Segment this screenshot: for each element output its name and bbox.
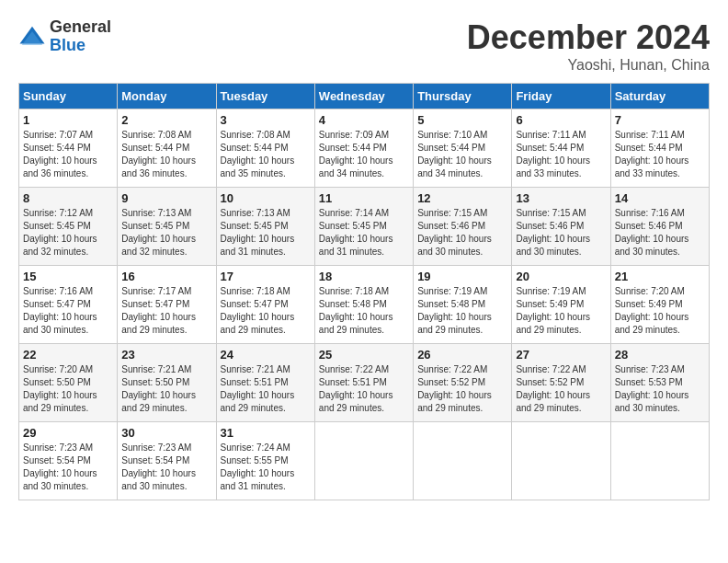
day-info: Sunrise: 7:22 AMSunset: 5:51 PMDaylight:…: [319, 364, 393, 413]
day-number: 22: [23, 348, 113, 362]
day-number: 13: [516, 191, 606, 205]
calendar-table: SundayMondayTuesdayWednesdayThursdayFrid…: [18, 83, 710, 500]
weekday-header: Saturday: [610, 84, 709, 109]
day-number: 26: [417, 348, 507, 362]
day-info: Sunrise: 7:07 AMSunset: 5:44 PMDaylight:…: [23, 130, 97, 178]
calendar-cell: 21 Sunrise: 7:20 AMSunset: 5:49 PMDaylig…: [610, 266, 709, 344]
day-info: Sunrise: 7:18 AMSunset: 5:48 PMDaylight:…: [319, 286, 393, 335]
calendar-cell: 3 Sunrise: 7:08 AMSunset: 5:44 PMDayligh…: [216, 109, 314, 188]
day-number: 4: [319, 113, 409, 127]
day-info: Sunrise: 7:14 AMSunset: 5:45 PMDaylight:…: [319, 208, 393, 257]
calendar-header-row: SundayMondayTuesdayWednesdayThursdayFrid…: [19, 84, 710, 109]
logo-blue: Blue: [50, 37, 111, 55]
day-info: Sunrise: 7:15 AMSunset: 5:46 PMDaylight:…: [516, 208, 590, 257]
day-info: Sunrise: 7:22 AMSunset: 5:52 PMDaylight:…: [417, 364, 492, 413]
day-number: 7: [615, 113, 705, 127]
day-number: 18: [319, 270, 409, 283]
day-number: 24: [221, 348, 311, 362]
month-title: December 2024: [467, 18, 710, 57]
calendar-week-row: 8 Sunrise: 7:12 AMSunset: 5:45 PMDayligh…: [19, 188, 710, 266]
calendar-cell: 22 Sunrise: 7:20 AMSunset: 5:50 PMDaylig…: [19, 344, 118, 422]
calendar-cell: 17 Sunrise: 7:18 AMSunset: 5:47 PMDaylig…: [216, 266, 314, 344]
calendar-cell: 12 Sunrise: 7:15 AMSunset: 5:46 PMDaylig…: [414, 188, 512, 266]
calendar-cell: 11 Sunrise: 7:14 AMSunset: 5:45 PMDaylig…: [314, 188, 413, 266]
location: Yaoshi, Hunan, China: [467, 57, 710, 74]
logo-icon: [18, 23, 46, 51]
day-number: 1: [23, 113, 113, 127]
day-info: Sunrise: 7:12 AMSunset: 5:45 PMDaylight:…: [23, 208, 97, 257]
day-info: Sunrise: 7:16 AMSunset: 5:47 PMDaylight:…: [23, 286, 97, 335]
calendar-cell: [610, 422, 709, 500]
calendar-week-row: 15 Sunrise: 7:16 AMSunset: 5:47 PMDaylig…: [19, 266, 710, 344]
calendar-cell: 15 Sunrise: 7:16 AMSunset: 5:47 PMDaylig…: [19, 266, 118, 344]
day-number: 27: [516, 348, 606, 362]
day-info: Sunrise: 7:23 AMSunset: 5:54 PMDaylight:…: [121, 442, 196, 491]
calendar-cell: 25 Sunrise: 7:22 AMSunset: 5:51 PMDaylig…: [314, 344, 413, 422]
page-header: General Blue December 2024 Yaoshi, Hunan…: [18, 18, 710, 74]
weekday-header: Sunday: [19, 84, 118, 109]
day-info: Sunrise: 7:24 AMSunset: 5:55 PMDaylight:…: [221, 442, 295, 491]
day-number: 31: [221, 426, 311, 440]
calendar-cell: 30 Sunrise: 7:23 AMSunset: 5:54 PMDaylig…: [118, 422, 216, 500]
calendar-cell: 24 Sunrise: 7:21 AMSunset: 5:51 PMDaylig…: [216, 344, 314, 422]
calendar-cell: 2 Sunrise: 7:08 AMSunset: 5:44 PMDayligh…: [118, 109, 216, 188]
day-info: Sunrise: 7:23 AMSunset: 5:53 PMDaylight:…: [615, 364, 689, 413]
day-number: 11: [319, 191, 409, 205]
calendar-cell: 19 Sunrise: 7:19 AMSunset: 5:48 PMDaylig…: [414, 266, 512, 344]
day-number: 23: [121, 348, 211, 362]
calendar-week-row: 29 Sunrise: 7:23 AMSunset: 5:54 PMDaylig…: [19, 422, 710, 500]
day-info: Sunrise: 7:13 AMSunset: 5:45 PMDaylight:…: [121, 208, 196, 257]
day-number: 6: [516, 113, 606, 127]
day-info: Sunrise: 7:19 AMSunset: 5:49 PMDaylight:…: [516, 286, 590, 335]
day-info: Sunrise: 7:17 AMSunset: 5:47 PMDaylight:…: [121, 286, 196, 335]
calendar-cell: [512, 422, 610, 500]
day-number: 3: [221, 113, 311, 127]
day-number: 5: [417, 113, 507, 127]
day-number: 14: [615, 191, 705, 205]
day-number: 28: [615, 348, 705, 362]
day-number: 9: [121, 191, 211, 205]
logo-general: General: [50, 18, 111, 37]
day-info: Sunrise: 7:19 AMSunset: 5:48 PMDaylight:…: [417, 286, 492, 335]
day-info: Sunrise: 7:13 AMSunset: 5:45 PMDaylight:…: [221, 208, 295, 257]
calendar-cell: 26 Sunrise: 7:22 AMSunset: 5:52 PMDaylig…: [414, 344, 512, 422]
weekday-header: Monday: [118, 84, 216, 109]
day-info: Sunrise: 7:20 AMSunset: 5:50 PMDaylight:…: [23, 364, 97, 413]
day-number: 19: [417, 270, 507, 283]
day-number: 12: [417, 191, 507, 205]
day-info: Sunrise: 7:09 AMSunset: 5:44 PMDaylight:…: [319, 130, 393, 178]
calendar-cell: 9 Sunrise: 7:13 AMSunset: 5:45 PMDayligh…: [118, 188, 216, 266]
calendar-cell: [414, 422, 512, 500]
day-number: 16: [121, 270, 211, 283]
day-number: 17: [221, 270, 311, 283]
logo: General Blue: [18, 18, 111, 55]
calendar-cell: 18 Sunrise: 7:18 AMSunset: 5:48 PMDaylig…: [314, 266, 413, 344]
day-info: Sunrise: 7:23 AMSunset: 5:54 PMDaylight:…: [23, 442, 97, 491]
calendar-cell: 14 Sunrise: 7:16 AMSunset: 5:46 PMDaylig…: [610, 188, 709, 266]
calendar-cell: 6 Sunrise: 7:11 AMSunset: 5:44 PMDayligh…: [512, 109, 610, 188]
day-info: Sunrise: 7:21 AMSunset: 5:51 PMDaylight:…: [221, 364, 295, 413]
day-info: Sunrise: 7:20 AMSunset: 5:49 PMDaylight:…: [615, 286, 689, 335]
calendar-cell: 4 Sunrise: 7:09 AMSunset: 5:44 PMDayligh…: [314, 109, 413, 188]
day-info: Sunrise: 7:22 AMSunset: 5:52 PMDaylight:…: [516, 364, 590, 413]
day-number: 25: [319, 348, 409, 362]
calendar-cell: 20 Sunrise: 7:19 AMSunset: 5:49 PMDaylig…: [512, 266, 610, 344]
calendar-cell: 5 Sunrise: 7:10 AMSunset: 5:44 PMDayligh…: [414, 109, 512, 188]
calendar-cell: 16 Sunrise: 7:17 AMSunset: 5:47 PMDaylig…: [118, 266, 216, 344]
day-info: Sunrise: 7:11 AMSunset: 5:44 PMDaylight:…: [516, 130, 590, 178]
calendar-week-row: 1 Sunrise: 7:07 AMSunset: 5:44 PMDayligh…: [19, 109, 710, 188]
day-info: Sunrise: 7:21 AMSunset: 5:50 PMDaylight:…: [121, 364, 196, 413]
day-number: 8: [23, 191, 113, 205]
calendar-cell: [314, 422, 413, 500]
calendar-cell: 31 Sunrise: 7:24 AMSunset: 5:55 PMDaylig…: [216, 422, 314, 500]
weekday-header: Tuesday: [216, 84, 314, 109]
calendar-cell: 27 Sunrise: 7:22 AMSunset: 5:52 PMDaylig…: [512, 344, 610, 422]
day-number: 29: [23, 426, 113, 440]
day-number: 15: [23, 270, 113, 283]
calendar-cell: 1 Sunrise: 7:07 AMSunset: 5:44 PMDayligh…: [19, 109, 118, 188]
day-info: Sunrise: 7:08 AMSunset: 5:44 PMDaylight:…: [121, 130, 196, 178]
calendar-cell: 23 Sunrise: 7:21 AMSunset: 5:50 PMDaylig…: [118, 344, 216, 422]
calendar-cell: 29 Sunrise: 7:23 AMSunset: 5:54 PMDaylig…: [19, 422, 118, 500]
day-number: 10: [221, 191, 311, 205]
calendar-cell: 8 Sunrise: 7:12 AMSunset: 5:45 PMDayligh…: [19, 188, 118, 266]
